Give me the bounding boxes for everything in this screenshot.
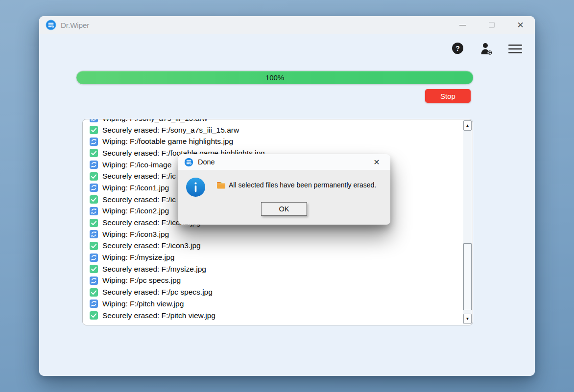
sync-icon xyxy=(90,161,98,169)
check-icon xyxy=(90,311,98,320)
close-icon: ✕ xyxy=(517,21,524,29)
done-dialog: Done ✕ xyxy=(178,154,390,225)
log-row[interactable]: Securely erased: F:/mysize.jpg xyxy=(90,263,473,275)
menu-icon xyxy=(508,44,522,54)
check-icon xyxy=(90,265,98,273)
sync-icon xyxy=(90,277,98,285)
close-button[interactable]: ✕ xyxy=(506,16,535,34)
log-row-text: Wiping: F:/pc specs.jpg xyxy=(102,276,181,285)
sync-icon xyxy=(90,230,98,238)
log-row-text: Wiping: F:/mysize.jpg xyxy=(102,253,174,262)
log-row[interactable]: Securely erased: F:/pitch view.jpg xyxy=(90,310,473,322)
toolbar: ? xyxy=(451,42,522,56)
app-logo-icon xyxy=(46,20,56,30)
maximize-icon xyxy=(489,22,495,28)
desktop-background: Dr.Wiper ✕ ? xyxy=(0,0,574,392)
log-row-text: Wiping: F:/pitch view.jpg xyxy=(102,300,184,308)
log-row[interactable]: Securely erased: F:/sony_a7s_iii_15.arw xyxy=(90,124,473,136)
minimize-button[interactable] xyxy=(448,16,477,34)
scroll-down-button[interactable]: ▼ xyxy=(463,314,472,324)
sync-icon xyxy=(90,300,98,308)
info-icon xyxy=(186,178,205,197)
dialog-message: All selected files have been permanently… xyxy=(229,181,376,189)
log-row[interactable]: Wiping: F:/icon3.jpg xyxy=(90,229,473,240)
sync-icon xyxy=(90,119,98,122)
dialog-app-logo-icon xyxy=(184,158,193,167)
scrollbar-thumb[interactable] xyxy=(463,243,472,310)
log-row[interactable]: Securely erased: F:/pc specs.jpg xyxy=(90,286,473,298)
log-row-text: Securely erased: F:/ic xyxy=(102,172,176,181)
log-row[interactable]: Wiping: F:/footable game highlights.jpg xyxy=(90,136,473,147)
scrollbar[interactable]: ▲ ▼ xyxy=(463,120,472,324)
scroll-up-icon: ▲ xyxy=(466,123,470,128)
log-row-text: Securely erased: F:/mysize.jpg xyxy=(102,265,206,274)
svg-text:?: ? xyxy=(455,45,460,52)
log-row[interactable]: Wiping: F:/sony_a7s_iii_15.arw xyxy=(90,119,473,124)
dialog-title: Done xyxy=(198,158,215,166)
log-row-text: Wiping: F:/footable game highlights.jpg xyxy=(102,137,233,146)
stop-button[interactable]: Stop xyxy=(425,89,471,103)
check-icon xyxy=(90,195,98,204)
add-user-icon xyxy=(479,42,494,56)
log-row-text: Wiping: F:/sony_a7s_iii_15.arw xyxy=(102,119,208,123)
scroll-up-button[interactable]: ▲ xyxy=(463,120,472,131)
dialog-close-button[interactable]: ✕ xyxy=(368,154,385,170)
log-row[interactable]: Wiping: F:/pc specs.jpg xyxy=(90,275,473,287)
add-user-button[interactable] xyxy=(479,42,494,56)
check-icon xyxy=(90,242,98,250)
check-icon xyxy=(90,149,98,157)
log-row[interactable]: Securely erased: F:/icon3.jpg xyxy=(90,240,473,252)
log-row-text: Wiping: F:/icon1.jpg xyxy=(102,184,169,192)
check-icon xyxy=(90,219,98,227)
log-row-text: Securely erased: F:/pitch view.jpg xyxy=(102,311,215,320)
sync-icon xyxy=(90,184,98,192)
check-icon xyxy=(90,288,98,297)
window-titlebar[interactable]: Dr.Wiper ✕ xyxy=(39,16,535,34)
log-row-text: Wiping: F:/icon2.jpg xyxy=(102,207,169,215)
help-icon: ? xyxy=(451,42,464,56)
app-title: Dr.Wiper xyxy=(61,21,89,29)
window-controls: ✕ xyxy=(448,16,535,34)
log-row-text: Securely erased: F:/sony_a7s_iii_15.arw xyxy=(102,126,239,135)
help-button[interactable]: ? xyxy=(451,42,464,56)
dialog-close-icon: ✕ xyxy=(373,158,380,167)
check-icon xyxy=(90,126,98,134)
sync-icon xyxy=(90,138,98,146)
drwiper-window: Dr.Wiper ✕ ? xyxy=(39,16,535,376)
log-row-text: Securely erased: F:/pc specs.jpg xyxy=(102,288,213,297)
log-row[interactable]: Wiping: F:/mysize.jpg xyxy=(90,252,473,263)
menu-button[interactable] xyxy=(508,44,522,54)
log-row-text: Securely erased: F:/icon3.jpg xyxy=(102,241,201,250)
log-row-text: Wiping: F:/ico-image xyxy=(102,161,171,169)
ok-button[interactable]: OK xyxy=(261,202,307,216)
progress-bar: 100% xyxy=(76,70,474,85)
minimize-icon xyxy=(459,25,466,25)
maximize-button[interactable] xyxy=(477,16,506,34)
dialog-message-row: All selected files have been permanently… xyxy=(217,181,385,189)
check-icon xyxy=(90,172,98,181)
scroll-down-icon: ▼ xyxy=(466,317,470,321)
folder-icon xyxy=(217,182,225,189)
progress-label: 100% xyxy=(265,73,284,82)
log-row-text: Securely erased: F:/ic xyxy=(102,195,176,204)
log-row-text: Wiping: F:/icon3.jpg xyxy=(102,230,169,239)
log-row[interactable]: Wiping: F:/pitch view.jpg xyxy=(90,298,473,310)
sync-icon xyxy=(90,207,98,215)
sync-icon xyxy=(90,254,98,262)
dialog-titlebar[interactable]: Done ✕ xyxy=(178,154,390,170)
